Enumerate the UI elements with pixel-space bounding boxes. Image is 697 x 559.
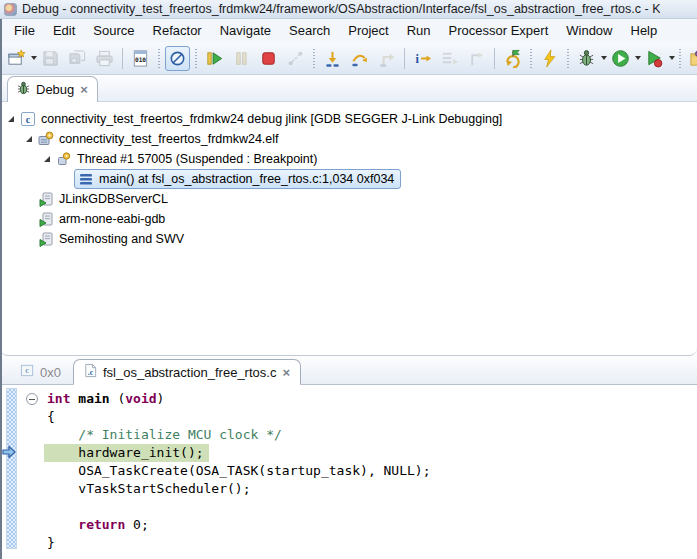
drop-to-frame-button (464, 46, 489, 71)
debug-button[interactable] (574, 46, 599, 71)
titlebar: Debug - connectivity_test_freertos_frdmk… (0, 0, 697, 19)
step-over-button[interactable] (347, 46, 372, 71)
save-icon (41, 49, 60, 68)
debug-tree: cconnectivity_test_freertos_frdmkw24 deb… (0, 102, 697, 355)
tree-row[interactable]: Semihosting and SWV (0, 229, 697, 249)
disconnect-button (283, 46, 308, 71)
window-left-border (0, 19, 2, 559)
step-into-button[interactable] (320, 46, 345, 71)
menu-navigate[interactable]: Navigate (211, 20, 280, 41)
editor-tab-fsl-os-abstraction-free-rtos-c[interactable]: .cfsl_os_abstraction_free_rtos.c× (73, 359, 301, 385)
svg-text:010: 010 (135, 56, 146, 63)
profile-button[interactable] (642, 46, 667, 71)
menu-run[interactable]: Run (398, 20, 440, 41)
toolbar-separator (122, 48, 123, 69)
drop-to-frame-icon (467, 49, 486, 68)
tree-row[interactable]: JLinkGDBServerCL (0, 189, 697, 209)
svg-text:i: i (415, 51, 419, 65)
menu-help[interactable]: Help (622, 20, 667, 41)
collapse-icon[interactable] (26, 393, 38, 405)
tab-debug-label: Debug (36, 82, 74, 97)
run-icon (611, 49, 630, 68)
code-line-current: hardware_init(); (44, 444, 697, 462)
menu-processor-expert[interactable]: Processor Expert (440, 20, 558, 41)
window-title: Debug - connectivity_test_freertos_frdmk… (22, 2, 660, 16)
tree-row[interactable]: connectivity_test_freertos_frdmkw24.elf (0, 129, 697, 149)
code-line: vTaskStartScheduler(); (44, 480, 697, 498)
instruction-stepping-icon: i (413, 49, 432, 68)
instruction-stepping-button[interactable]: i (410, 46, 435, 71)
menu-window[interactable]: Window (557, 20, 621, 41)
tree-selection: main() at fsl_os_abstraction_free_rtos.c… (74, 169, 401, 189)
toolbar-handle (195, 49, 197, 68)
tree-expander-icon[interactable] (44, 156, 50, 162)
tree-row[interactable]: cconnectivity_test_freertos_frdmkw24 deb… (0, 109, 697, 129)
c-app-icon: c (20, 111, 36, 127)
code-editor[interactable]: int main (void){ /* Initialize MCU clock… (0, 385, 697, 559)
menu-source[interactable]: Source (84, 20, 143, 41)
process-icon (38, 211, 54, 227)
folding-ruler[interactable] (20, 385, 44, 559)
editor-tab-label: 0x0 (40, 365, 61, 380)
code-line: int main (void) (44, 390, 697, 408)
close-icon[interactable]: × (281, 366, 291, 379)
new-wizard-button[interactable] (4, 46, 29, 71)
thread-icon (56, 151, 72, 167)
close-icon[interactable]: × (79, 83, 89, 96)
tree-row[interactable]: main() at fsl_os_abstraction_free_rtos.c… (0, 169, 697, 189)
flash-icon (540, 49, 559, 68)
svg-text:c: c (25, 365, 29, 375)
toolbar: 010i (0, 42, 697, 75)
toolbar-separator (404, 48, 405, 69)
menu-project[interactable]: Project (339, 20, 397, 41)
reset-restart-button[interactable] (500, 46, 525, 71)
debug-view: Debug × cconnectivity_test_freertos_frdm… (0, 75, 697, 356)
tree-row[interactable]: arm-none-eabi-gdb (0, 209, 697, 229)
terminate-button[interactable] (256, 46, 281, 71)
code-line: } (44, 534, 697, 552)
tree-expander-icon[interactable] (26, 136, 32, 142)
resume-button[interactable] (202, 46, 227, 71)
open-folder-packages-button[interactable] (686, 46, 697, 71)
tree-item-label: connectivity_test_freertos_frdmkw24 debu… (41, 112, 502, 126)
menu-search[interactable]: Search (280, 20, 339, 41)
skip-all-breakpoints-button[interactable] (165, 46, 190, 71)
new-wizard-icon (7, 49, 26, 68)
c-box-icon: c (20, 363, 35, 381)
flash-download-button[interactable] (537, 46, 562, 71)
menu-edit[interactable]: Edit (44, 20, 84, 41)
toolbar-handle (567, 49, 569, 68)
restart-icon (503, 49, 522, 68)
menu-refactor[interactable]: Refactor (144, 20, 211, 41)
run-button[interactable] (608, 46, 633, 71)
tree-item: cconnectivity_test_freertos_frdmkw24 deb… (20, 109, 502, 129)
menu-file[interactable]: File (5, 20, 44, 41)
step-over-icon (350, 49, 369, 68)
tree-item-label: arm-none-eabi-gdb (59, 212, 165, 226)
save-button (38, 46, 63, 71)
editor-tab-0x0[interactable]: c0x0 (8, 360, 73, 384)
ide-window: Debug - connectivity_test_freertos_frdmk… (0, 0, 697, 559)
tree-item-label: Thread #1 57005 (Suspended : Breakpoint) (77, 152, 317, 166)
code-line: return 0; (44, 516, 697, 534)
annotation-ruler[interactable] (0, 385, 20, 559)
print-button (92, 46, 117, 71)
tab-debug[interactable]: Debug × (7, 76, 98, 102)
instruction-pointer-icon (1, 445, 17, 462)
menubar: FileEditSourceRefactorNavigateSearchProj… (0, 19, 697, 42)
stack-frame-icon (78, 171, 94, 187)
step-filters-icon (440, 49, 459, 68)
tree-item: JLinkGDBServerCL (38, 189, 168, 209)
tree-row[interactable]: Thread #1 57005 (Suspended : Breakpoint) (0, 149, 697, 169)
bug-icon (16, 81, 31, 99)
tree-item: arm-none-eabi-gdb (38, 209, 165, 229)
toolbar-handle (313, 49, 315, 68)
profile-dropdown-caret[interactable] (669, 56, 675, 60)
binary-view-button[interactable]: 010 (128, 46, 153, 71)
range-indicator (6, 388, 17, 549)
terminate-icon (259, 49, 278, 68)
app-icon[interactable] (4, 3, 17, 16)
tree-item-label: main() at fsl_os_abstraction_free_rtos.c… (99, 172, 394, 186)
code-text[interactable]: int main (void){ /* Initialize MCU clock… (44, 385, 697, 559)
tree-expander-icon[interactable] (8, 116, 14, 122)
